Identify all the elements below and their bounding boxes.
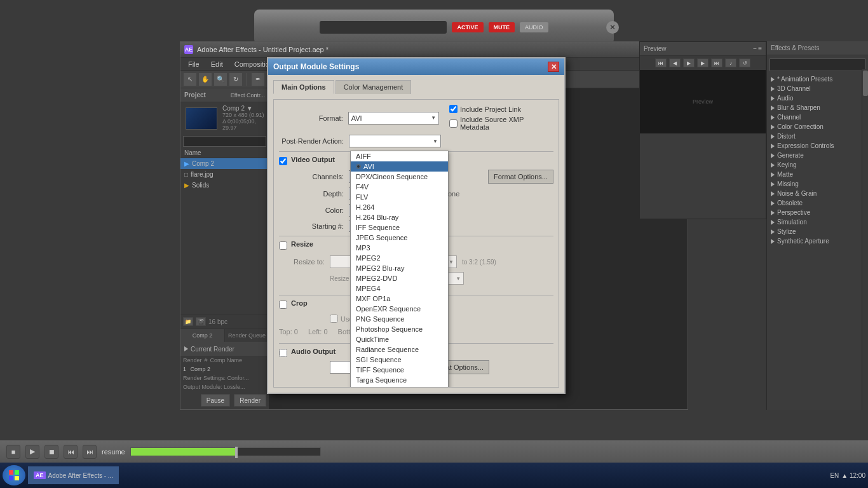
category-generate[interactable]: Generate: [767, 151, 868, 160]
player-progress-bar[interactable]: [130, 447, 321, 456]
format-option-mpeg2-dvd[interactable]: MPEG2-DVD: [351, 273, 448, 283]
active-button[interactable]: ACTIVE: [452, 22, 483, 32]
render-button[interactable]: Render: [234, 394, 266, 407]
resize-checkbox[interactable]: [279, 241, 287, 250]
category-obsolete[interactable]: Obsolete: [767, 198, 868, 208]
dialog-close-button[interactable]: ✕: [548, 62, 559, 72]
player-stop2-btn[interactable]: ⏹: [44, 445, 58, 459]
player-play-btn[interactable]: ▶: [25, 445, 39, 459]
format-options-button[interactable]: Format Options...: [488, 170, 553, 184]
preview-menu-btn[interactable]: ≡: [758, 45, 762, 52]
category-matte[interactable]: Matte: [767, 170, 868, 179]
format-option-targa[interactable]: Targa Sequence: [351, 375, 448, 385]
format-option-h264[interactable]: H.264: [351, 202, 448, 212]
format-option-dpx[interactable]: DPX/Cineon Sequence: [351, 172, 448, 182]
format-option-mpeg2-bluray[interactable]: MPEG2 Blu-ray: [351, 263, 448, 273]
category-simulation[interactable]: Simulation: [767, 217, 868, 227]
category-perspective[interactable]: Perspective: [767, 208, 868, 217]
pause-button[interactable]: Pause: [201, 394, 230, 407]
effects-scrollbar[interactable]: [862, 69, 868, 410]
format-option-iff[interactable]: IFF Sequence: [351, 222, 448, 233]
comp2-tab[interactable]: Comp 2: [180, 329, 225, 342]
tool-rotate[interactable]: ↻: [229, 72, 243, 86]
format-option-avi[interactable]: AVI: [351, 161, 448, 172]
start-button[interactable]: [3, 465, 25, 485]
audio-button[interactable]: AUDIO: [520, 22, 548, 32]
preview-prev-btn[interactable]: ◀: [669, 58, 681, 67]
tool-hand[interactable]: ✋: [198, 72, 212, 86]
preview-first-btn[interactable]: ⏮: [655, 58, 667, 67]
format-option-png[interactable]: PNG Sequence: [351, 314, 448, 324]
format-select[interactable]: AVI ▼: [348, 112, 439, 125]
category-noise-grain[interactable]: Noise & Grain: [767, 189, 868, 198]
video-output-checkbox[interactable]: [279, 157, 287, 165]
format-option-flv[interactable]: FLV: [351, 192, 448, 202]
audio-output-checkbox[interactable]: [279, 349, 287, 357]
format-option-mpeg4[interactable]: MPEG4: [351, 283, 448, 294]
category-audio[interactable]: Audio: [767, 93, 868, 103]
category-animation-presets[interactable]: * Animation Presets: [767, 74, 868, 84]
mute-button[interactable]: MUTE: [489, 22, 515, 32]
category-stylize[interactable]: Stylize: [767, 227, 868, 236]
format-option-mxf[interactable]: MXF OP1a: [351, 294, 448, 304]
category-blur-sharpen[interactable]: Blur & Sharpen: [767, 103, 868, 112]
category-distort[interactable]: Distort: [767, 132, 868, 141]
tool-pen[interactable]: ✒: [251, 72, 265, 86]
category-3d-channel[interactable]: 3D Channel: [767, 84, 868, 93]
format-option-jpeg[interactable]: JPEG Sequence: [351, 233, 448, 243]
post-render-select[interactable]: ▼: [349, 135, 441, 147]
format-option-sgi[interactable]: SGI Sequence: [351, 355, 448, 365]
effects-search-input[interactable]: [770, 58, 865, 71]
category-color-correction[interactable]: Color Correction: [767, 122, 868, 132]
format-option-mp3[interactable]: MP3: [351, 243, 448, 253]
crop-checkbox[interactable]: [279, 301, 287, 309]
menu-file[interactable]: File: [183, 59, 205, 69]
category-synthetic-aperture[interactable]: Synthetic Aperture: [767, 236, 868, 246]
comp-name: Comp 2 ▼: [222, 105, 266, 112]
project-item-solids[interactable]: ▶ Solids: [180, 180, 269, 191]
format-option-h264-bluray[interactable]: H.264 Blu-ray: [351, 212, 448, 222]
project-item-flare[interactable]: □ flare.jpg: [180, 169, 269, 180]
format-option-mpeg2[interactable]: MPEG2: [351, 253, 448, 263]
category-expression-controls[interactable]: Expression Controls: [767, 141, 868, 151]
include-project-link-checkbox[interactable]: [449, 105, 458, 113]
render-row[interactable]: 1 Comp 2: [180, 365, 269, 374]
tool-zoom[interactable]: 🔍: [214, 72, 227, 86]
tab-main-options[interactable]: Main Options: [273, 80, 334, 94]
preview-last-btn[interactable]: ⏭: [711, 58, 722, 67]
new-folder-btn[interactable]: 📁: [183, 317, 193, 326]
tab-color-management[interactable]: Color Management: [336, 80, 412, 94]
new-comp-btn[interactable]: 🎬: [196, 317, 206, 326]
menu-edit[interactable]: Edit: [206, 59, 228, 69]
category-keying[interactable]: Keying: [767, 160, 868, 170]
project-search-input[interactable]: [183, 136, 266, 147]
preview-play-btn[interactable]: ▶: [683, 58, 695, 67]
format-option-openexr[interactable]: OpenEXR Sequence: [351, 304, 448, 314]
player-next-btn[interactable]: ⏭: [83, 445, 97, 459]
format-option-f4v[interactable]: F4V: [351, 182, 448, 192]
format-option-tiff[interactable]: TIFF Sequence: [351, 365, 448, 375]
effects-scrollbar-thumb[interactable]: [863, 71, 868, 96]
project-panel-title: Project: [184, 92, 206, 98]
player-prev-btn[interactable]: ⏮: [64, 445, 78, 459]
render-queue-tab[interactable]: Render Queue: [225, 329, 269, 342]
player-stop-btn[interactable]: ■: [6, 445, 20, 459]
category-channel[interactable]: Channel: [767, 112, 868, 122]
project-item-comp2[interactable]: ▶ Comp 2: [180, 158, 269, 169]
preview-next-btn[interactable]: ▶: [697, 58, 709, 67]
preview-loop-btn[interactable]: ↺: [739, 58, 750, 67]
player-progress-thumb[interactable]: [235, 447, 238, 458]
format-option-radiance[interactable]: Radiance Sequence: [351, 344, 448, 355]
tool-select[interactable]: ↖: [183, 72, 197, 86]
color-label: Color:: [279, 207, 349, 214]
category-missing[interactable]: Missing: [767, 179, 868, 189]
preview-audio-btn[interactable]: ♪: [725, 58, 736, 67]
format-option-quicktime[interactable]: QuickTime: [351, 334, 448, 344]
preview-collapse-btn[interactable]: −: [753, 45, 757, 52]
expand-icon: [184, 346, 188, 351]
include-xmp-checkbox[interactable]: [449, 119, 458, 128]
taskbar-ae-item[interactable]: AE Adobe After Effects - ...: [28, 466, 119, 484]
top-bar-close-button[interactable]: ✕: [606, 21, 619, 34]
format-option-aiff[interactable]: AIFF: [351, 151, 448, 161]
format-option-photoshop[interactable]: Photoshop Sequence: [351, 324, 448, 334]
